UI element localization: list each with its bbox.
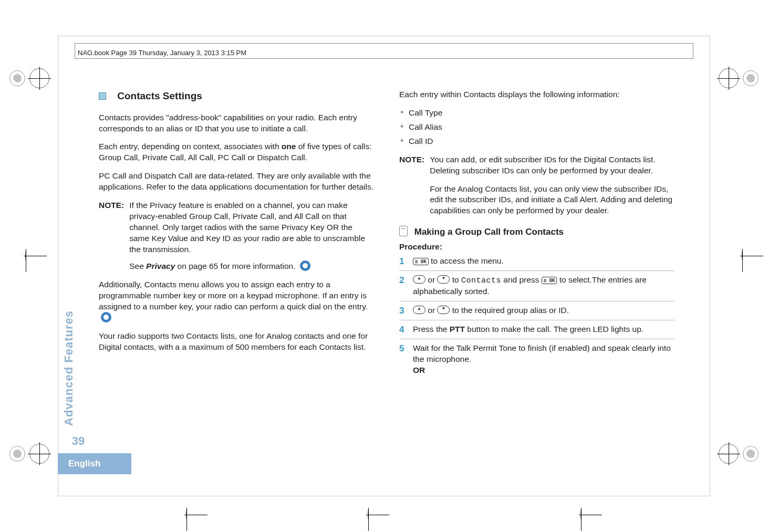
paragraph: PC Call and Dispatch Call are data-relat… xyxy=(99,171,374,193)
list-item: Call Type xyxy=(399,108,674,119)
procedure-step: Wait for the Talk Permit Tone to finish … xyxy=(399,343,674,380)
crop-mark xyxy=(742,251,743,260)
up-key-icon xyxy=(413,306,425,314)
bullet-list: Call Type Call Alias Call ID xyxy=(399,108,674,147)
down-key-icon xyxy=(437,275,450,284)
list-item: Call ID xyxy=(399,136,674,147)
left-column: Contacts Settings Contacts provides "add… xyxy=(99,89,374,469)
header-text: NAG.book Page 39 Thursday, January 3, 20… xyxy=(78,49,246,57)
crop-mark xyxy=(25,251,26,260)
procedure-step: or to the required group alias or ID. xyxy=(399,305,674,320)
paragraph: Each entry within Contacts displays the … xyxy=(399,89,674,100)
side-tab: Advanced Features 39 English xyxy=(58,305,89,474)
crop-mark xyxy=(9,68,49,88)
procedure-label: Procedure: xyxy=(399,242,674,253)
down-key-icon xyxy=(437,306,450,314)
note-label: NOTE: xyxy=(99,200,124,272)
crop-mark xyxy=(719,68,759,88)
section-marker-icon xyxy=(99,92,106,100)
procedure-step: Press the PTT button to make the call. T… xyxy=(399,324,674,339)
crop-mark xyxy=(9,444,49,464)
ok-key-icon: ≡ OK xyxy=(413,258,429,265)
procedure-list: ≡ OK to access the menu. or to Contacts … xyxy=(399,256,674,380)
note-label: NOTE: xyxy=(399,154,424,217)
note-text: If the Privacy feature is enabled on a c… xyxy=(129,200,374,272)
paragraph: Contacts provides "address-book" capabil… xyxy=(99,112,374,134)
paragraph: Each entry, depending on context, associ… xyxy=(99,141,374,163)
crop-mark xyxy=(719,444,759,464)
section-name: Advanced Features xyxy=(58,305,84,431)
note-block: NOTE: If the Privacy feature is enabled … xyxy=(99,200,374,272)
procedure-step: or to Contacts and press ≡ OK to select.… xyxy=(399,275,674,301)
procedure-icon xyxy=(399,226,408,236)
note-text: You can add, or edit subscriber IDs for … xyxy=(430,154,674,217)
content-area: Contacts Settings Contacts provides "add… xyxy=(99,89,690,469)
sub-heading: Making a Group Call from Contacts xyxy=(399,226,674,238)
crop-mark xyxy=(186,510,187,519)
ok-key-icon: ≡ OK xyxy=(542,277,557,284)
info-icon xyxy=(101,312,111,322)
paragraph: Additionally, Contacts menu allows you t… xyxy=(99,279,374,324)
crop-mark xyxy=(580,510,582,519)
title-text: Contacts Settings xyxy=(117,90,202,101)
crop-mark xyxy=(368,510,369,519)
info-icon xyxy=(300,260,310,271)
procedure-step: ≡ OK to access the menu. xyxy=(399,256,674,271)
page-number: 39 xyxy=(58,431,89,453)
language-label: English xyxy=(58,453,131,474)
up-key-icon xyxy=(413,275,425,284)
note-block: NOTE: You can add, or edit subscriber ID… xyxy=(399,154,674,217)
section-title: Contacts Settings xyxy=(99,89,374,103)
list-item: Call Alias xyxy=(399,122,674,133)
paragraph: Your radio supports two Contacts lists, … xyxy=(99,331,374,353)
right-column: Each entry within Contacts displays the … xyxy=(399,89,690,469)
